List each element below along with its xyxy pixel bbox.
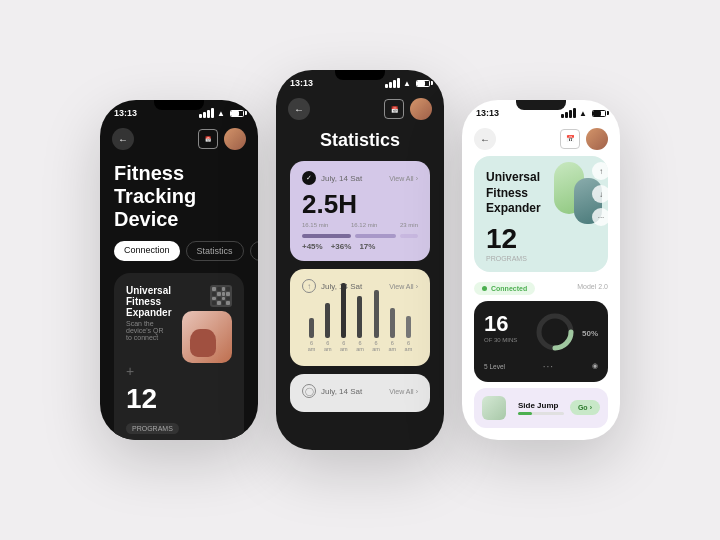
donut-chart [534,311,576,357]
time-left: 13:13 [114,108,137,118]
view-all-3[interactable]: View All › [389,388,418,395]
status-icons-mid: ▲ [385,78,430,88]
stats-title: Statistics [276,130,444,151]
wifi-right: ▲ [579,109,587,118]
phone-right: 13:13 ▲ ← 📅 [462,100,620,440]
chart-icon-2: ↑ [302,279,316,293]
view-all-1[interactable]: View All › [389,175,418,182]
back-button-left[interactable]: ← [112,128,134,150]
back-button-mid[interactable]: ← [288,98,310,120]
signal-mid [385,78,400,88]
status-icons-left: ▲ [199,108,244,118]
scan-text: Scan thedevice's QRto connect [126,320,172,341]
more-icon[interactable]: ··· [592,208,608,226]
notch-left [154,100,204,110]
product-card-right: Universal FitnessExpander 12 PROGRAMS ↑ … [474,156,608,272]
dark-card-number: 16 [484,311,517,337]
big-number-left: 12 [126,383,232,415]
wifi-left: ▲ [217,109,225,118]
status-icons-right: ▲ [561,108,606,118]
battery-right [592,110,606,117]
icon-card-3: ◯ [302,384,316,398]
exercise-progress-bar [518,412,564,415]
view-all-2[interactable]: View All › [389,283,418,290]
exercise-thumb [482,396,506,420]
signal-right [561,108,576,118]
stats-card-2: ↑ July, 14 Sat View All › 6 am [290,269,430,366]
pct-label: 50% [582,329,598,338]
nav-bar-left: ← 📅 [100,122,258,156]
avatar-right [586,128,608,150]
battery-left [230,110,244,117]
dark-card-right: 16 OF 30 MINS 50% [474,301,608,382]
calendar-icon-right[interactable]: 📅 [560,129,580,149]
card-date-1: July, 14 Sat [321,174,362,183]
back-button-right[interactable]: ← [474,128,496,150]
main-title: Fitness Tracking Device [114,162,244,231]
phones-container: 13:13 ▲ ← 📅 [80,70,640,470]
time-mid: 13:13 [290,78,313,88]
mid-content: ✓ July, 14 Sat View All › 2.5H 16.15 min… [276,161,444,412]
programs-label-right: PROGRAMS [486,255,596,262]
share-icon[interactable]: ↑ [592,162,608,180]
big-time-1: 2.5H [302,189,418,220]
tab-shop[interactable]: Shop [250,241,258,261]
device-thumb-left [182,311,232,363]
exercise-bar-fill [518,412,532,415]
phone-left: 13:13 ▲ ← 📅 [100,100,258,440]
green-dot [482,286,487,291]
tabs-row: Connection Statistics Shop [114,241,244,261]
stats-card-3: ◯ July, 14 Sat View All › [290,374,430,412]
wifi-mid: ▲ [403,79,411,88]
level-badge: 5 Level [484,363,505,370]
programs-count: 12 [486,223,517,255]
dark-card-sub: OF 30 MINS [484,337,517,343]
connected-text: Connected [491,285,527,292]
nav-bar-right: ← 📅 [462,122,620,156]
phone-mid: 13:13 ▲ ← 📅 [276,70,444,450]
avatar-mid [410,98,432,120]
qr-code [210,285,232,307]
plus-icon: + [126,363,232,379]
time-right: 13:13 [476,108,499,118]
tab-connection[interactable]: Connection [114,241,180,261]
connected-badge: Connected [474,282,535,295]
right-content: Universal FitnessExpander 12 PROGRAMS ↑ … [462,156,620,428]
tab-statistics[interactable]: Statistics [186,241,244,261]
action-icons-right: ↑ ↓ ··· [592,162,608,226]
signal-left [199,108,214,118]
notch-right [516,100,566,110]
model-text: Model 2.0 [577,283,608,290]
stats-card-1: ✓ July, 14 Sat View All › 2.5H 16.15 min… [290,161,430,261]
exercise-card: Side Jump Go › [474,388,608,428]
time-segments [302,234,418,238]
bar-chart: 6 am 6 am 6 am 6 am [302,297,418,352]
device-card-left: UniversalFitnessExpander Scan thedevice'… [114,273,244,440]
more-options-icon[interactable]: ··· [543,361,554,372]
left-content: Fitness Tracking Device Connection Stati… [100,162,258,440]
go-button[interactable]: Go › [570,400,600,415]
avatar-left [224,128,246,150]
check-icon-1: ✓ [302,171,316,185]
level-progress: ◉ [592,362,598,370]
nav-bar-mid: ← 📅 [276,92,444,126]
calendar-icon-left[interactable]: 📅 [198,129,218,149]
calendar-icon-mid[interactable]: 📅 [384,99,404,119]
battery-mid [416,80,430,87]
device-card-title: UniversalFitnessExpander [126,285,172,318]
download-icon[interactable]: ↓ [592,185,608,203]
programs-badge-left: PROGRAMS [126,423,179,434]
exercise-name: Side Jump [518,401,564,410]
card-date-3: July, 14 Sat [321,387,362,396]
stats-row-1: +45% +36% 17% [302,242,418,251]
exercise-info: Side Jump [518,401,564,415]
notch-mid [335,70,385,80]
